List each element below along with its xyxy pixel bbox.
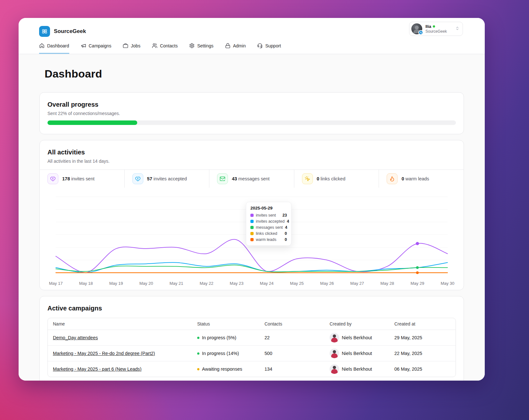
stat-links-clicked: 0links clicked [294, 170, 379, 188]
tooltip-row: warm leads 0 [250, 237, 287, 242]
avatar-brand-badge [418, 30, 423, 35]
users-icon [152, 43, 157, 48]
column-created-by: Created by [327, 318, 392, 330]
created-date: 06 May, 2025 [392, 364, 456, 375]
user-menu-button[interactable]: Ilia SourceGeek [409, 22, 463, 36]
stat-messages-sent: 43messages sent [209, 170, 294, 188]
heart-handshake-icon [47, 173, 58, 184]
contacts-count: 134 [262, 364, 327, 375]
tab-settings[interactable]: Settings [189, 43, 214, 54]
column-status: Status [195, 318, 262, 330]
table-row: Marketing - May 2025 - Re-do 2nd degree … [48, 346, 456, 361]
svg-text:May 22: May 22 [200, 281, 214, 286]
tooltip-row: invites sent 23 [250, 213, 287, 218]
brand: SourceGeek [39, 24, 464, 39]
campaigns-table: Name Status Contacts Created by Created … [47, 318, 456, 377]
svg-text:May 24: May 24 [260, 281, 274, 286]
gear-icon [189, 43, 195, 48]
creator-avatar [330, 349, 339, 358]
svg-text:May 20: May 20 [139, 281, 153, 286]
creator-name: Niels Berkhout [342, 351, 372, 356]
stat-invites-accepted: 57invites accepted [125, 170, 210, 188]
column-name: Name [50, 318, 195, 330]
all-activities-subtitle: All activities in the last 14 days. [47, 159, 456, 164]
created-date: 29 May, 2025 [392, 332, 456, 343]
page-title: Dashboard [45, 68, 464, 80]
svg-text:May 27: May 27 [350, 281, 364, 286]
megaphone-icon [81, 43, 86, 48]
stat-warm-leads: 0warm leads [379, 170, 464, 188]
tab-dashboard[interactable]: Dashboard [39, 43, 69, 54]
campaign-link[interactable]: Demo_Day attendees [53, 335, 98, 340]
tooltip-row: messages sent 4 [250, 225, 287, 230]
status-dot [197, 352, 199, 355]
svg-text:May 17: May 17 [49, 281, 63, 286]
svg-text:May 23: May 23 [230, 281, 244, 286]
overall-progress-subtitle: Sent 22% of connections/messages. [47, 111, 456, 116]
svg-text:May 19: May 19 [109, 281, 123, 286]
brand-name: SourceGeek [54, 28, 86, 35]
tab-campaigns[interactable]: Campaigns [81, 43, 112, 54]
sourcegeek-logo-icon [39, 26, 50, 37]
progress-bar-fill [47, 120, 137, 125]
briefcase-icon [123, 43, 128, 48]
all-activities-card: All activities All activities in the las… [39, 140, 464, 290]
svg-text:May 29: May 29 [410, 281, 424, 286]
column-contacts: Contacts [262, 318, 327, 330]
all-activities-title: All activities [47, 149, 456, 156]
table-row: Demo_Day attendees In progress (5%) 22 N… [48, 330, 456, 346]
campaign-link[interactable]: Marketing - May 2025 - part 6 (New Leads… [53, 366, 141, 372]
topbar: SourceGeek Dashboard Campaigns Jobs Cont… [19, 18, 485, 54]
status-dot [197, 337, 199, 339]
column-created-at: Created at [392, 318, 456, 330]
mouse-pointer-click-icon [302, 173, 313, 184]
svg-text:May 28: May 28 [381, 281, 394, 286]
svg-text:May 25: May 25 [290, 281, 304, 286]
main-content: Dashboard Overall progress Sent 22% of c… [19, 54, 485, 381]
stat-invites-sent: 178invites sent [40, 170, 125, 188]
avatar [411, 23, 422, 34]
created-date: 22 May, 2025 [392, 348, 456, 359]
activity-stats-row: 178invites sent 57invites accepted 43mes… [40, 169, 464, 188]
tab-support[interactable]: Support [257, 43, 281, 54]
heart-handshake-icon [132, 173, 143, 184]
svg-text:May 30: May 30 [441, 281, 454, 286]
tooltip-row: invites accepted 4 [250, 219, 287, 224]
creator-name: Niels Berkhout [342, 366, 372, 372]
campaign-link[interactable]: Marketing - May 2025 - Re-do 2nd degree … [53, 351, 155, 356]
status-dot [197, 368, 199, 370]
active-campaigns-card: Active campaigns Name Status Contacts Cr… [39, 296, 464, 381]
tab-jobs[interactable]: Jobs [123, 43, 140, 54]
status-text: In progress (14%) [202, 351, 239, 356]
user-name: Ilia [425, 24, 447, 29]
lock-icon [225, 43, 231, 48]
activity-chart: May 17May 18May 19May 20May 21May 22May … [40, 188, 464, 290]
chart-tooltip: 2025-05-29 invites sent 23 invites accep… [246, 202, 291, 246]
tooltip-date: 2025-05-29 [250, 206, 287, 210]
svg-text:May 18: May 18 [79, 281, 93, 286]
creator-name: Niels Berkhout [342, 335, 372, 340]
user-org: SourceGeek [425, 29, 447, 34]
headset-icon [257, 43, 263, 48]
online-status-dot [433, 25, 435, 28]
svg-text:May 26: May 26 [320, 281, 334, 286]
app-window: SourceGeek Dashboard Campaigns Jobs Cont… [19, 18, 485, 381]
svg-text:May 21: May 21 [170, 281, 183, 286]
progress-bar-track [47, 120, 456, 125]
active-campaigns-title: Active campaigns [47, 305, 456, 312]
status-text: Awaiting responses [202, 366, 242, 372]
mail-check-icon [217, 173, 228, 184]
tooltip-row: links clicked 0 [250, 231, 287, 236]
overall-progress-card: Overall progress Sent 22% of connections… [39, 92, 464, 134]
table-header-row: Name Status Contacts Created by Created … [48, 318, 456, 330]
contacts-count: 22 [262, 332, 327, 343]
tab-contacts[interactable]: Contacts [152, 43, 178, 54]
chevron-up-down-icon [455, 26, 459, 32]
creator-avatar [330, 364, 339, 374]
tab-admin[interactable]: Admin [225, 43, 246, 54]
overall-progress-title: Overall progress [47, 101, 456, 108]
table-row: Marketing - May 2025 - part 6 (New Leads… [48, 361, 456, 377]
main-nav: Dashboard Campaigns Jobs Contacts Settin… [39, 43, 464, 54]
status-text: In progress (5%) [202, 335, 236, 340]
contacts-count: 500 [262, 348, 327, 359]
